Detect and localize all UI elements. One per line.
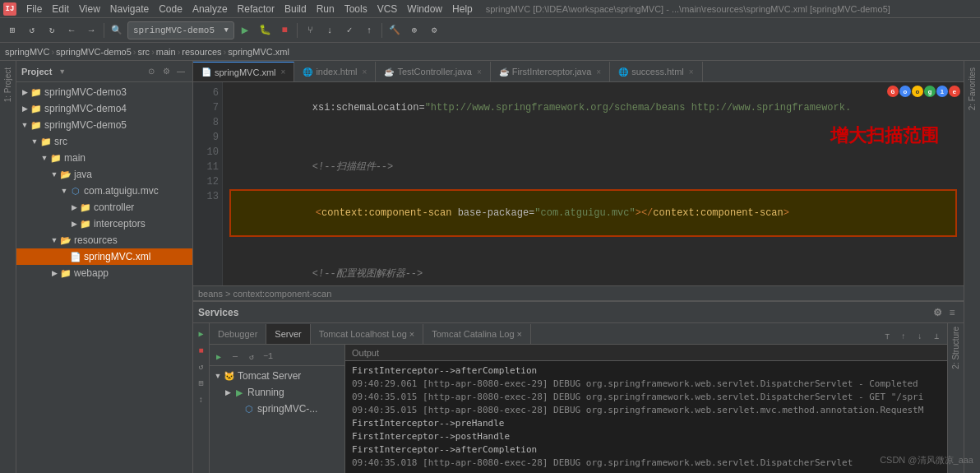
services-scroll-btn[interactable]: ↕	[194, 392, 209, 407]
log-top-btn[interactable]: ⊤	[880, 329, 894, 344]
toolbar-push-btn[interactable]: ↑	[360, 21, 378, 39]
folder-icon-interceptors: 📁	[79, 219, 92, 230]
menu-build[interactable]: Build	[280, 3, 312, 15]
tree-item-main[interactable]: ▼ 📁 main	[16, 150, 192, 166]
menu-vcs[interactable]: VCS	[372, 3, 403, 15]
tab-index[interactable]: 🌐 index.html ×	[294, 62, 376, 81]
tree-label-interceptors: interceptors	[94, 218, 146, 230]
toolbar-find-btn[interactable]: ⊕	[405, 21, 423, 39]
tree-item-controller[interactable]: ▶ 📁 controller	[16, 199, 192, 216]
server-run-btn[interactable]: ▶	[211, 350, 226, 364]
tab-close-success[interactable]: ×	[689, 67, 694, 77]
panel-close-btn[interactable]: —	[174, 65, 187, 78]
toolbar-undo-btn[interactable]: ↺	[23, 21, 41, 39]
breadcrumb-file[interactable]: springMVC.xml	[228, 47, 289, 57]
tree-item-src[interactable]: ▼ 📁 src	[16, 133, 192, 150]
app-deploy-icon: ⬡	[243, 404, 256, 415]
code-area[interactable]: xsi:schemaLocation="http://www.springfra…	[223, 82, 964, 285]
stop-btn[interactable]: ■	[275, 21, 294, 39]
tree-item-demo4[interactable]: ▶ 📁 springMVC-demo4	[16, 100, 192, 117]
breadcrumb: springMVC › springMVC-demo5 › src › main…	[0, 43, 980, 61]
tab-springmvcxml[interactable]: 📄 springMVC.xml ×	[193, 62, 294, 81]
log-up-btn[interactable]: ↑	[896, 329, 911, 344]
services-stop-btn[interactable]: ■	[194, 343, 209, 358]
services-tab-debugger[interactable]: Debugger	[210, 324, 266, 344]
breadcrumb-main[interactable]: main	[156, 47, 176, 57]
tab-close-springmvcxml[interactable]: ×	[281, 67, 286, 77]
main-layout: 1: Project Project ▼ ⊙ ⚙ — ▶ 📁 springMVC…	[0, 61, 980, 473]
menu-bar: IJ File Edit View Navigate Code Analyze …	[0, 0, 980, 18]
panel-settings-btn[interactable]: ⚙	[159, 65, 173, 78]
tree-item-java[interactable]: ▼ 📂 java	[16, 166, 192, 183]
tree-item-demo5[interactable]: ▼ 📁 springMVC-demo5	[16, 117, 192, 133]
toolbar-search-btn[interactable]: 🔍	[108, 21, 126, 39]
services-tab-localhost-log[interactable]: Tomcat Localhost Log ×	[311, 324, 424, 344]
tab-close-firstinterceptor[interactable]: ×	[596, 67, 601, 77]
services-rerun-btn[interactable]: ↺	[194, 359, 209, 374]
toolbar-project-btn[interactable]: ⊞	[3, 21, 21, 39]
toolbar-build2-btn[interactable]: 🔨	[386, 21, 404, 39]
breadcrumb-springmvc[interactable]: springMVC	[5, 47, 49, 57]
run-btn[interactable]: ▶	[236, 21, 254, 39]
tab-firstinterceptor[interactable]: ☕ FirstInterceptor.java ×	[491, 62, 610, 81]
panel-title: Project	[21, 67, 52, 77]
server-stop-btn[interactable]: —	[228, 350, 243, 364]
server-tree-app[interactable]: ⬡ springMVC-...	[210, 401, 344, 417]
server-tree-label-tomcat: Tomcat Server	[238, 370, 301, 382]
menu-navigate[interactable]: Navigate	[105, 3, 154, 15]
tab-success[interactable]: 🌐 success.html ×	[610, 62, 702, 81]
toolbar-settings-btn[interactable]: ⚙	[425, 21, 443, 39]
services-run-btn[interactable]: ▶	[194, 327, 209, 341]
tree-item-springmvcxml[interactable]: 📄 springMVC.xml	[16, 248, 192, 265]
tree-item-resources[interactable]: ▼ 📂 resources	[16, 232, 192, 248]
toolbar-forward-btn[interactable]: →	[82, 21, 100, 39]
breadcrumb-src[interactable]: src	[137, 47, 150, 57]
tree-item-interceptors[interactable]: ▶ 📁 interceptors	[16, 216, 192, 232]
services-config-icon[interactable]: ≡	[945, 306, 959, 319]
tree-item-webapp[interactable]: ▶ 📁 webapp	[16, 265, 192, 281]
favorites-tab-label[interactable]: 2: Favorites	[966, 64, 978, 114]
menu-run[interactable]: Run	[312, 3, 340, 15]
toolbar-redo-btn[interactable]: ↻	[43, 21, 61, 39]
log-output[interactable]: FirstInterceptor-->afterCompletion 09:40…	[345, 361, 947, 473]
menu-tools[interactable]: Tools	[340, 3, 372, 15]
tab-testcontroller[interactable]: ☕ TestController.java ×	[376, 62, 490, 81]
menu-edit[interactable]: Edit	[47, 3, 74, 15]
log-down-btn[interactable]: ↓	[913, 329, 927, 344]
tree-item-demo3[interactable]: ▶ 📁 springMVC-demo3	[16, 84, 192, 100]
run-config-dropdown[interactable]: springMVC-demo5 ▼	[127, 21, 234, 39]
server-tree-running[interactable]: ▶ ▶ Running	[210, 384, 344, 401]
log-bottom-btn[interactable]: ⊥	[929, 329, 944, 344]
tab-close-index[interactable]: ×	[363, 67, 368, 77]
debug-btn[interactable]: 🐛	[256, 21, 274, 39]
structure-tab-label[interactable]: 2: Structure	[951, 327, 960, 369]
panel-collapse-btn[interactable]: ⊙	[145, 65, 158, 78]
toolbar-back-btn[interactable]: ←	[62, 21, 81, 39]
running-icon: ▶	[233, 387, 246, 398]
menu-file[interactable]: File	[21, 3, 47, 15]
server-restart-btn[interactable]: ↺	[244, 350, 259, 364]
toolbar-update-btn[interactable]: ↓	[321, 21, 339, 39]
toolbar-git-btn[interactable]: ⑂	[301, 21, 319, 39]
menu-analyze[interactable]: Analyze	[187, 3, 233, 15]
breadcrumb-demo5[interactable]: springMVC-demo5	[56, 47, 132, 57]
panel-actions: ⊙ ⚙ —	[145, 65, 187, 78]
services-filter-btn[interactable]: ⊞	[194, 376, 209, 391]
menu-window[interactable]: Window	[402, 3, 447, 15]
services-tab-catalina-log[interactable]: Tomcat Catalina Log ×	[423, 324, 531, 344]
menu-view[interactable]: View	[74, 3, 105, 15]
tab-close-testcontroller[interactable]: ×	[477, 67, 482, 77]
services-tab-server[interactable]: Server	[266, 324, 310, 344]
server-tree-tomcat[interactable]: ▼ 🐱 Tomcat Server	[210, 368, 344, 384]
tree-item-package[interactable]: ▼ ⬡ com.atguigu.mvc	[16, 183, 192, 199]
menu-help[interactable]: Help	[447, 3, 478, 15]
server-minus-btn[interactable]: −1	[261, 350, 275, 364]
package-icon: ⬡	[69, 186, 82, 197]
toolbar-commit-btn[interactable]: ✓	[340, 21, 358, 39]
project-tab-label[interactable]: 1: Project	[2, 64, 14, 105]
breadcrumb-resources[interactable]: resources	[182, 47, 221, 57]
java-folder-icon: 📂	[59, 169, 72, 180]
services-gear-icon[interactable]: ⚙	[931, 306, 944, 319]
menu-code[interactable]: Code	[154, 3, 187, 15]
menu-refactor[interactable]: Refactor	[233, 3, 280, 15]
